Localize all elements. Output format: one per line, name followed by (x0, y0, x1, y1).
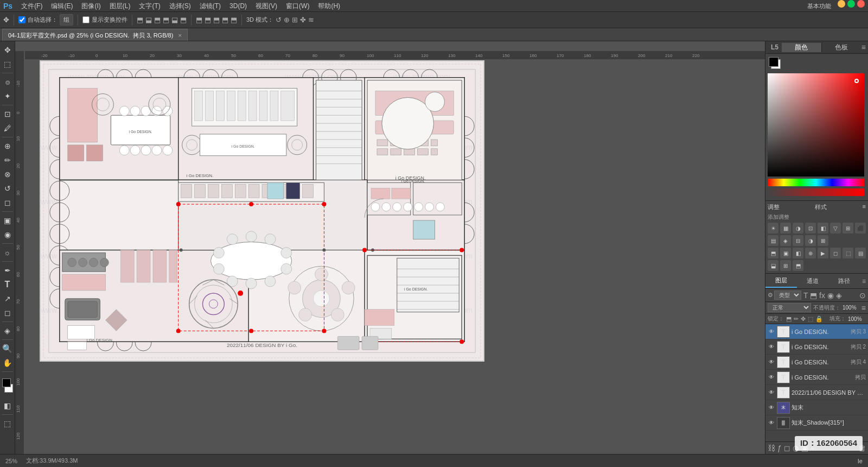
layer-item[interactable]: 👁 ▓ 知末_Shadow[315°] (765, 415, 868, 431)
selective-color-adj-icon[interactable]: ◧ (793, 248, 803, 258)
exposure-adj-icon[interactable]: ⊡ (805, 223, 816, 234)
distribute-icon2[interactable]: ⬒ (205, 16, 211, 24)
menu-view[interactable]: 视图(V) (251, 0, 282, 12)
vector-mask-icon[interactable]: ⬚ (843, 248, 853, 258)
alpha-strip[interactable] (768, 188, 864, 196)
layer-item[interactable]: 👁 末 知末 (765, 400, 868, 415)
menu-filter[interactable]: 滤镜(T) (195, 0, 225, 12)
video-group-icon[interactable]: ▶ (818, 248, 828, 258)
layer-mask-icon[interactable]: ◻ (830, 248, 841, 258)
color-gradient-picker[interactable] (768, 73, 864, 176)
distribute-icon5[interactable]: ⬒ (231, 16, 237, 24)
panel-options-icon[interactable]: ≡ (863, 203, 866, 211)
menu-layer[interactable]: 图层(L) (105, 0, 135, 12)
distribute-icon4[interactable]: ⬒ (222, 16, 228, 24)
show-transform-checkbox[interactable] (82, 16, 90, 23)
posterize-adj-icon[interactable]: ⊠ (818, 235, 828, 246)
layer-link-icon[interactable]: ⛓ (768, 444, 775, 452)
clone-stamp-tool[interactable]: ⊗ (1, 168, 14, 181)
invert-adj-icon[interactable]: ◑ (805, 235, 816, 246)
layer-item[interactable]: 👁 T 2022/11/06 DESIGN BY i... (765, 385, 868, 400)
3d-tool[interactable]: ◈ (1, 324, 14, 337)
hue-strip[interactable] (768, 179, 864, 186)
artboard-icon[interactable]: ⊞ (780, 260, 791, 271)
distribute-icon1[interactable]: ⬒ (196, 16, 202, 24)
brightness-adj-icon[interactable]: ☀ (768, 223, 778, 234)
gradient-map-adj-icon[interactable]: ▣ (780, 248, 791, 258)
channels-tab[interactable]: 通道 (797, 275, 828, 287)
opacity-options-icon[interactable]: ≡ (861, 304, 866, 312)
3d-mode-icon4[interactable]: ✤ (300, 16, 306, 24)
lock-position-btn[interactable]: ✥ (801, 315, 806, 323)
quick-mask-toggle[interactable]: ◧ (1, 399, 14, 412)
tab-close-button[interactable]: × (178, 32, 181, 39)
panel-menu-icon[interactable]: ≡ (861, 43, 866, 52)
zoom-tool[interactable]: 🔍 (1, 342, 14, 355)
layer-visibility-toggle[interactable]: 👁 (768, 374, 775, 381)
layer-visibility-toggle[interactable]: 👁 (768, 419, 775, 427)
distribute-icon3[interactable]: ⬒ (213, 16, 220, 24)
active-tab[interactable]: 04-1层彩平霞文件.psd @ 25% (i Go DESIGN. 拷贝 3,… (2, 29, 188, 41)
type-tool[interactable]: T (1, 278, 14, 291)
color-tab[interactable]: 颜色 (782, 43, 822, 52)
layer-item[interactable]: 👁 T i Go DESIGN. 拷贝 2 (765, 339, 868, 355)
move-tool[interactable]: ✥ (1, 43, 14, 56)
color-swatches[interactable] (0, 376, 15, 396)
align-left-icon[interactable]: ⬒ (137, 16, 143, 24)
layer-visibility-toggle[interactable]: 👁 (768, 404, 775, 412)
3d-mode-icon2[interactable]: ⊕ (284, 16, 290, 24)
eraser-tool[interactable]: ◻ (1, 196, 14, 209)
group-icon[interactable]: ⬒ (793, 260, 803, 271)
layer-type-filter[interactable]: 类型 (774, 291, 801, 300)
layer-visibility-toggle[interactable]: 👁 (768, 358, 775, 366)
align-bottom-icon[interactable]: ⬒ (180, 16, 187, 24)
photofilter-adj-icon[interactable]: ▤ (768, 235, 778, 246)
3d-mode-icon3[interactable]: ⊞ (292, 16, 298, 24)
selection-tool[interactable]: ⬚ (1, 58, 14, 71)
swatches-tab[interactable]: 色板 (822, 43, 861, 52)
window-close-button[interactable] (857, 0, 865, 8)
dodge-tool[interactable]: ☼ (1, 246, 14, 259)
auto-select-checkbox[interactable] (18, 16, 25, 23)
lock-transparent-btn[interactable]: ⬒ (786, 315, 792, 323)
menu-edit[interactable]: 编辑(E) (47, 0, 77, 12)
spot-heal-tool[interactable]: ⊕ (1, 140, 14, 153)
magic-wand-tool[interactable]: ✦ (1, 90, 14, 103)
layer-mask-icon[interactable]: ◻ (784, 444, 790, 452)
eyedropper-tool[interactable]: 🖉 (1, 122, 14, 135)
hue-sat-adj-icon[interactable]: ▽ (830, 223, 841, 234)
3d-mode-icon5[interactable]: ≋ (308, 16, 314, 24)
blend-mode-select[interactable]: 正常 (768, 303, 811, 312)
smart-object-icon[interactable]: ⊕ (805, 248, 816, 258)
brush-tool[interactable]: ✏ (1, 154, 14, 167)
history-brush-tool[interactable]: ↺ (1, 182, 14, 195)
auto-select-type[interactable]: 组 (60, 14, 73, 26)
layer-visibility-toggle[interactable]: 👁 (768, 343, 775, 351)
paths-tab[interactable]: 路径 (828, 275, 860, 287)
3d-mode-icon1[interactable]: ↺ (276, 16, 282, 24)
threshold-adj-icon[interactable]: ⬒ (768, 248, 778, 258)
levels-adj-icon[interactable]: ▦ (780, 223, 791, 234)
layer-style-icon[interactable]: ƒ (777, 444, 782, 452)
layer-item[interactable]: 👁 T i Go DESIGN. 拷贝 3 (765, 324, 868, 339)
pen-tool[interactable]: ✒ (1, 264, 14, 277)
gradient-tool[interactable]: ▣ (1, 214, 14, 227)
fg-bg-swatches[interactable] (768, 56, 783, 71)
screen-mode-toggle[interactable]: ⬚ (1, 417, 14, 430)
menu-window[interactable]: 窗口(W) (282, 0, 314, 12)
menu-file[interactable]: 文件(F) (17, 0, 47, 12)
menu-image[interactable]: 图像(I) (77, 0, 105, 12)
fill-value[interactable]: 100% (848, 316, 862, 322)
layer-item[interactable]: 👁 T i Go DESIGN. 拷贝 4 (765, 355, 868, 370)
lock-pixels-btn[interactable]: ✏ (794, 315, 799, 323)
align-center-h-icon[interactable]: ⬓ (145, 16, 152, 24)
opacity-value[interactable]: 100% (843, 305, 857, 311)
colorkup-adj-icon[interactable]: ⊟ (793, 235, 803, 246)
menu-select[interactable]: 选择(S) (165, 0, 195, 12)
align-center-v-icon[interactable]: ⬓ (171, 16, 178, 24)
layers-tab[interactable]: 图层 (765, 274, 797, 288)
layer-visibility-toggle[interactable]: 👁 (768, 328, 775, 336)
crop-tool[interactable]: ⊡ (1, 108, 14, 121)
clipping-mask-icon[interactable]: ▤ (855, 248, 866, 258)
blur-tool[interactable]: ◉ (1, 228, 14, 241)
